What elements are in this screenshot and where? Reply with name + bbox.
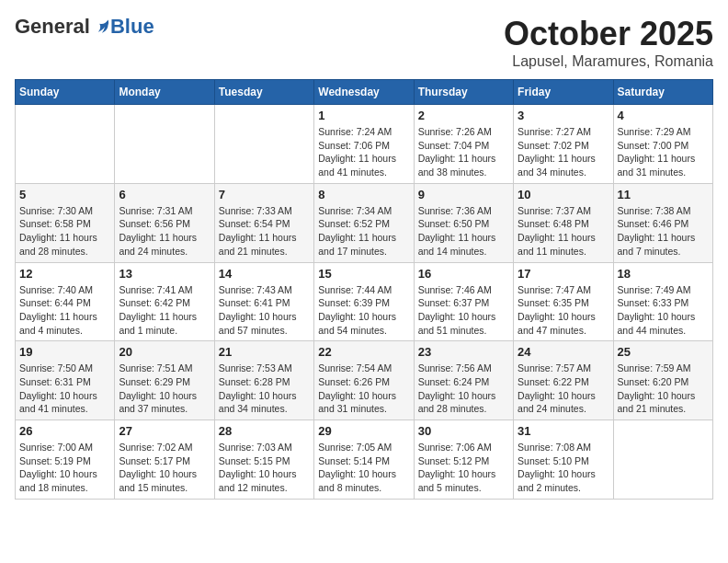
day-number: 27 [119, 424, 210, 438]
day-info: Sunrise: 7:44 AMSunset: 6:39 PMDaylight:… [318, 283, 409, 338]
calendar-cell: 5Sunrise: 7:30 AMSunset: 6:58 PMDaylight… [16, 183, 115, 262]
calendar-cell: 27Sunrise: 7:02 AMSunset: 5:17 PMDayligh… [115, 420, 214, 500]
day-info: Sunrise: 7:36 AMSunset: 6:50 PMDaylight:… [418, 204, 509, 259]
day-info: Sunrise: 7:05 AMSunset: 5:14 PMDaylight:… [318, 441, 409, 495]
day-info: Sunrise: 7:46 AMSunset: 6:37 PMDaylight:… [418, 283, 509, 338]
calendar-cell: 20Sunrise: 7:51 AMSunset: 6:29 PMDayligh… [115, 341, 214, 420]
calendar-cell [16, 105, 115, 184]
calendar-header-monday: Monday [115, 80, 214, 105]
day-number: 6 [119, 188, 210, 201]
day-number: 22 [318, 345, 409, 359]
day-info: Sunrise: 7:06 AMSunset: 5:12 PMDaylight:… [418, 441, 509, 495]
day-number: 19 [19, 345, 110, 359]
month-title: October 2025 [504, 15, 713, 53]
day-number: 23 [418, 345, 509, 359]
day-number: 13 [119, 267, 210, 281]
calendar-header-tuesday: Tuesday [214, 80, 313, 105]
day-info: Sunrise: 7:53 AMSunset: 6:28 PMDaylight:… [219, 362, 310, 416]
calendar-week-row: 5Sunrise: 7:30 AMSunset: 6:58 PMDaylight… [16, 183, 713, 262]
day-number: 3 [518, 109, 609, 122]
calendar-header-friday: Friday [514, 80, 613, 105]
logo: General Blue [15, 15, 154, 39]
day-number: 26 [19, 424, 110, 438]
day-info: Sunrise: 7:24 AMSunset: 7:06 PMDaylight:… [318, 125, 409, 179]
day-info: Sunrise: 7:49 AMSunset: 6:33 PMDaylight:… [618, 283, 709, 338]
calendar-cell: 24Sunrise: 7:57 AMSunset: 6:22 PMDayligh… [514, 341, 613, 420]
calendar-cell: 2Sunrise: 7:26 AMSunset: 7:04 PMDaylight… [414, 105, 513, 184]
day-info: Sunrise: 7:56 AMSunset: 6:24 PMDaylight:… [418, 362, 509, 416]
calendar-header-saturday: Saturday [613, 80, 712, 105]
title-block: October 2025 Lapusel, Maramures, Romania [504, 15, 713, 70]
calendar-week-row: 12Sunrise: 7:40 AMSunset: 6:44 PMDayligh… [16, 262, 713, 341]
day-number: 9 [418, 188, 509, 201]
day-info: Sunrise: 7:29 AMSunset: 7:00 PMDaylight:… [618, 125, 709, 179]
calendar-header-sunday: Sunday [16, 80, 115, 105]
day-number: 7 [219, 188, 310, 201]
day-number: 1 [318, 109, 409, 122]
logo-bird-icon [92, 17, 110, 36]
calendar-week-row: 19Sunrise: 7:50 AMSunset: 6:31 PMDayligh… [16, 341, 713, 420]
calendar-cell: 25Sunrise: 7:59 AMSunset: 6:20 PMDayligh… [613, 341, 712, 420]
day-info: Sunrise: 7:31 AMSunset: 6:56 PMDaylight:… [119, 204, 210, 259]
day-number: 30 [418, 424, 509, 438]
calendar-cell: 16Sunrise: 7:46 AMSunset: 6:37 PMDayligh… [414, 262, 513, 341]
day-info: Sunrise: 7:57 AMSunset: 6:22 PMDaylight:… [518, 362, 609, 416]
day-number: 16 [418, 267, 509, 281]
day-info: Sunrise: 7:47 AMSunset: 6:35 PMDaylight:… [518, 283, 609, 338]
calendar-cell: 31Sunrise: 7:08 AMSunset: 5:10 PMDayligh… [514, 420, 613, 500]
day-number: 20 [119, 345, 210, 359]
day-number: 12 [19, 267, 110, 281]
day-number: 2 [418, 109, 509, 122]
day-info: Sunrise: 7:03 AMSunset: 5:15 PMDaylight:… [219, 441, 310, 495]
calendar-cell: 13Sunrise: 7:41 AMSunset: 6:42 PMDayligh… [115, 262, 214, 341]
day-number: 31 [518, 424, 609, 438]
calendar-cell: 8Sunrise: 7:34 AMSunset: 6:52 PMDaylight… [314, 183, 414, 262]
calendar-cell: 28Sunrise: 7:03 AMSunset: 5:15 PMDayligh… [214, 420, 313, 500]
day-number: 11 [618, 188, 709, 201]
day-number: 18 [618, 267, 709, 281]
calendar-cell: 23Sunrise: 7:56 AMSunset: 6:24 PMDayligh… [414, 341, 513, 420]
calendar-cell: 9Sunrise: 7:36 AMSunset: 6:50 PMDaylight… [414, 183, 513, 262]
day-info: Sunrise: 7:38 AMSunset: 6:46 PMDaylight:… [618, 204, 709, 259]
day-info: Sunrise: 7:30 AMSunset: 6:58 PMDaylight:… [19, 204, 110, 259]
day-info: Sunrise: 7:08 AMSunset: 5:10 PMDaylight:… [518, 441, 609, 495]
calendar-cell [115, 105, 214, 184]
day-info: Sunrise: 7:00 AMSunset: 5:19 PMDaylight:… [19, 441, 110, 495]
calendar-header-thursday: Thursday [414, 80, 513, 105]
calendar-cell: 12Sunrise: 7:40 AMSunset: 6:44 PMDayligh… [16, 262, 115, 341]
calendar-cell: 21Sunrise: 7:53 AMSunset: 6:28 PMDayligh… [214, 341, 313, 420]
day-number: 10 [518, 188, 609, 201]
calendar-cell: 7Sunrise: 7:33 AMSunset: 6:54 PMDaylight… [214, 183, 313, 262]
day-number: 17 [518, 267, 609, 281]
calendar-cell: 1Sunrise: 7:24 AMSunset: 7:06 PMDaylight… [314, 105, 414, 184]
day-info: Sunrise: 7:26 AMSunset: 7:04 PMDaylight:… [418, 125, 509, 179]
day-info: Sunrise: 7:59 AMSunset: 6:20 PMDaylight:… [618, 362, 709, 416]
calendar-cell: 22Sunrise: 7:54 AMSunset: 6:26 PMDayligh… [314, 341, 414, 420]
day-number: 29 [318, 424, 409, 438]
calendar-header-row: SundayMondayTuesdayWednesdayThursdayFrid… [16, 80, 713, 105]
day-number: 21 [219, 345, 310, 359]
calendar-cell: 17Sunrise: 7:47 AMSunset: 6:35 PMDayligh… [514, 262, 613, 341]
day-number: 5 [19, 188, 110, 201]
logo-blue-text: Blue [110, 15, 154, 39]
location: Lapusel, Maramures, Romania [504, 53, 713, 70]
day-number: 14 [219, 267, 310, 281]
day-info: Sunrise: 7:33 AMSunset: 6:54 PMDaylight:… [219, 204, 310, 259]
day-info: Sunrise: 7:37 AMSunset: 6:48 PMDaylight:… [518, 204, 609, 259]
day-number: 25 [618, 345, 709, 359]
day-number: 8 [318, 188, 409, 201]
calendar-header-wednesday: Wednesday [314, 80, 414, 105]
day-info: Sunrise: 7:51 AMSunset: 6:29 PMDaylight:… [119, 362, 210, 416]
day-info: Sunrise: 7:54 AMSunset: 6:26 PMDaylight:… [318, 362, 409, 416]
day-info: Sunrise: 7:02 AMSunset: 5:17 PMDaylight:… [119, 441, 210, 495]
day-info: Sunrise: 7:27 AMSunset: 7:02 PMDaylight:… [518, 125, 609, 179]
day-info: Sunrise: 7:34 AMSunset: 6:52 PMDaylight:… [318, 204, 409, 259]
calendar-week-row: 1Sunrise: 7:24 AMSunset: 7:06 PMDaylight… [16, 105, 713, 184]
calendar-cell [214, 105, 313, 184]
calendar-cell: 4Sunrise: 7:29 AMSunset: 7:00 PMDaylight… [613, 105, 712, 184]
calendar-cell: 18Sunrise: 7:49 AMSunset: 6:33 PMDayligh… [613, 262, 712, 341]
calendar-cell: 14Sunrise: 7:43 AMSunset: 6:41 PMDayligh… [214, 262, 313, 341]
calendar-cell: 29Sunrise: 7:05 AMSunset: 5:14 PMDayligh… [314, 420, 414, 500]
calendar-week-row: 26Sunrise: 7:00 AMSunset: 5:19 PMDayligh… [16, 420, 713, 500]
day-info: Sunrise: 7:50 AMSunset: 6:31 PMDaylight:… [19, 362, 110, 416]
